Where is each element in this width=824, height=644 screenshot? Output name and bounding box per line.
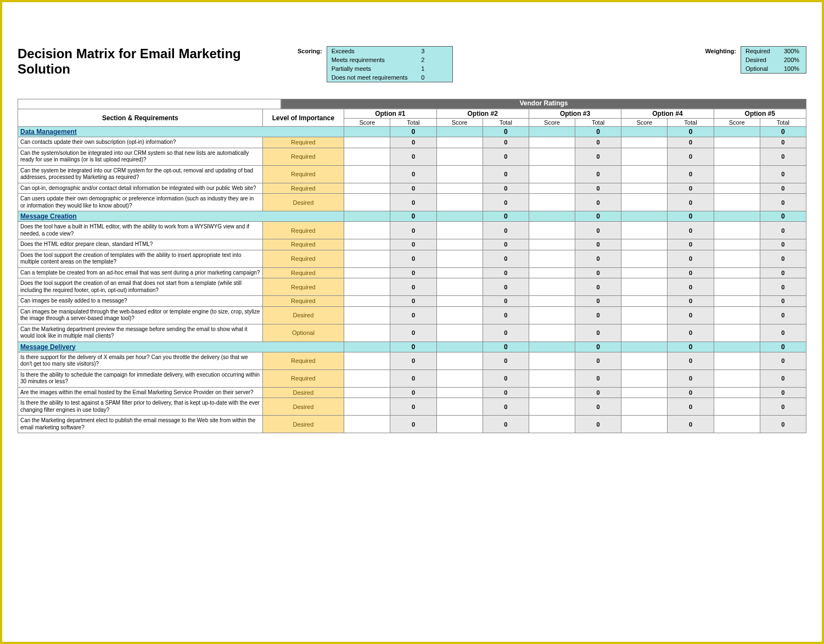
score-cell[interactable]	[436, 324, 483, 341]
score-cell[interactable]	[529, 137, 575, 148]
score-cell[interactable]	[529, 306, 575, 324]
score-cell[interactable]	[529, 194, 575, 211]
score-cell[interactable]	[436, 165, 483, 183]
score-cell[interactable]	[714, 369, 760, 387]
score-cell[interactable]	[344, 194, 390, 211]
score-cell[interactable]	[621, 222, 668, 239]
level-cell[interactable]: Required	[262, 148, 344, 165]
score-cell[interactable]	[436, 369, 483, 387]
level-cell[interactable]: Desired	[262, 387, 344, 398]
score-cell[interactable]	[344, 222, 390, 239]
score-cell[interactable]	[621, 250, 668, 267]
score-cell[interactable]	[621, 137, 668, 148]
score-cell[interactable]	[714, 137, 760, 148]
score-cell[interactable]	[436, 194, 483, 211]
score-cell[interactable]	[714, 278, 760, 296]
score-cell[interactable]	[714, 222, 760, 239]
score-cell[interactable]	[621, 387, 668, 398]
level-cell[interactable]: Required	[262, 250, 344, 267]
score-cell[interactable]	[621, 278, 668, 296]
level-cell[interactable]: Required	[262, 369, 344, 387]
score-cell[interactable]	[529, 222, 575, 239]
score-cell[interactable]	[714, 387, 760, 398]
score-cell[interactable]	[529, 250, 575, 267]
score-cell[interactable]	[436, 267, 483, 278]
score-cell[interactable]	[621, 416, 668, 433]
score-cell[interactable]	[529, 278, 575, 296]
level-cell[interactable]: Required	[262, 278, 344, 296]
score-cell[interactable]	[344, 148, 390, 165]
score-cell[interactable]	[436, 148, 483, 165]
score-cell[interactable]	[714, 250, 760, 267]
score-cell[interactable]	[344, 239, 390, 250]
score-cell[interactable]	[436, 137, 483, 148]
score-cell[interactable]	[529, 324, 575, 341]
score-cell[interactable]	[621, 352, 668, 369]
score-cell[interactable]	[436, 278, 483, 296]
level-cell[interactable]: Desired	[262, 398, 344, 416]
level-cell[interactable]: Required	[262, 239, 344, 250]
level-cell[interactable]: Required	[262, 352, 344, 369]
score-cell[interactable]	[436, 398, 483, 416]
score-cell[interactable]	[344, 296, 390, 307]
score-cell[interactable]	[621, 194, 668, 211]
score-cell[interactable]	[714, 324, 760, 341]
level-cell[interactable]: Required	[262, 296, 344, 307]
score-cell[interactable]	[714, 148, 760, 165]
score-cell[interactable]	[621, 239, 668, 250]
level-cell[interactable]: Required	[262, 267, 344, 278]
level-cell[interactable]: Desired	[262, 416, 344, 433]
score-cell[interactable]	[344, 352, 390, 369]
score-cell[interactable]	[621, 398, 668, 416]
level-cell[interactable]: Desired	[262, 194, 344, 211]
score-cell[interactable]	[436, 296, 483, 307]
score-cell[interactable]	[621, 267, 668, 278]
score-cell[interactable]	[436, 222, 483, 239]
score-cell[interactable]	[344, 398, 390, 416]
score-cell[interactable]	[529, 267, 575, 278]
score-cell[interactable]	[529, 183, 575, 194]
score-cell[interactable]	[344, 369, 390, 387]
score-cell[interactable]	[344, 278, 390, 296]
score-cell[interactable]	[436, 250, 483, 267]
score-cell[interactable]	[714, 183, 760, 194]
level-cell[interactable]: Required	[262, 222, 344, 239]
level-cell[interactable]: Required	[262, 165, 344, 183]
score-cell[interactable]	[436, 183, 483, 194]
score-cell[interactable]	[529, 239, 575, 250]
score-cell[interactable]	[344, 165, 390, 183]
score-cell[interactable]	[714, 306, 760, 324]
level-cell[interactable]: Required	[262, 183, 344, 194]
score-cell[interactable]	[714, 267, 760, 278]
score-cell[interactable]	[344, 267, 390, 278]
score-cell[interactable]	[344, 250, 390, 267]
score-cell[interactable]	[714, 239, 760, 250]
level-cell[interactable]: Required	[262, 137, 344, 148]
score-cell[interactable]	[621, 183, 668, 194]
score-cell[interactable]	[621, 369, 668, 387]
score-cell[interactable]	[714, 165, 760, 183]
score-cell[interactable]	[529, 416, 575, 433]
score-cell[interactable]	[529, 369, 575, 387]
score-cell[interactable]	[529, 165, 575, 183]
score-cell[interactable]	[714, 398, 760, 416]
level-cell[interactable]: Optional	[262, 324, 344, 341]
score-cell[interactable]	[529, 387, 575, 398]
score-cell[interactable]	[529, 296, 575, 307]
score-cell[interactable]	[621, 165, 668, 183]
score-cell[interactable]	[529, 398, 575, 416]
score-cell[interactable]	[621, 324, 668, 341]
score-cell[interactable]	[529, 352, 575, 369]
score-cell[interactable]	[714, 296, 760, 307]
score-cell[interactable]	[344, 387, 390, 398]
score-cell[interactable]	[436, 239, 483, 250]
score-cell[interactable]	[344, 306, 390, 324]
score-cell[interactable]	[436, 352, 483, 369]
score-cell[interactable]	[344, 324, 390, 341]
level-cell[interactable]: Desired	[262, 306, 344, 324]
score-cell[interactable]	[436, 387, 483, 398]
score-cell[interactable]	[621, 296, 668, 307]
score-cell[interactable]	[621, 306, 668, 324]
score-cell[interactable]	[344, 416, 390, 433]
score-cell[interactable]	[714, 416, 760, 433]
